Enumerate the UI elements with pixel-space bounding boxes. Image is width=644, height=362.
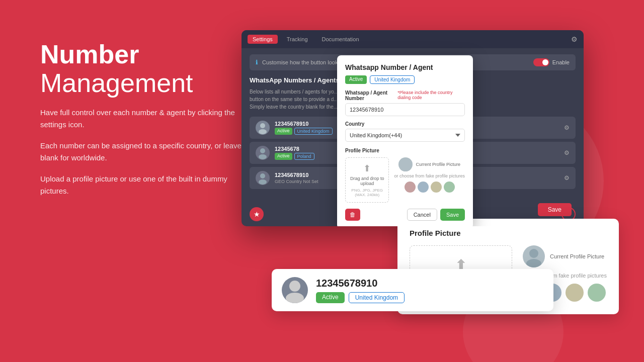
modal-title: Whatsapp Number / Agent [345,63,465,71]
svg-point-4 [260,173,265,178]
modal-tags: Active United Kingdom [345,75,465,84]
settings-icon[interactable]: ⚙ [564,174,570,182]
country-badge: United Kingdom [294,128,333,135]
number-card-avatar [282,277,308,303]
paragraph-2: Each number can be assigned to a specifi… [40,140,252,164]
fake-avatar-4[interactable] [444,182,455,193]
status-badge: GEO Country Not Set [275,179,318,184]
status-badge: Active [275,128,292,135]
info-icon: ℹ [256,59,258,66]
current-avatar [398,157,413,171]
profile-options: Current Profile Picture or choose from f… [394,157,465,203]
required-note: *Please include the country dialing code [397,90,465,101]
agent-number-label: Whatsapp / Agent Number [345,90,397,101]
svg-point-6 [403,159,409,165]
cancel-button[interactable]: Cancel [407,209,437,221]
svg-point-5 [259,179,267,185]
page-title: Number Management [40,40,252,98]
svg-point-8 [529,249,538,258]
country-tag: United Kingdom [370,75,415,84]
svg-point-10 [289,281,300,292]
profile-picture-row: ⬆ Drag and drop to upload PNG, JPG, JPEG… [345,157,465,203]
whatsapp-agent-modal: Whatsapp Number / Agent Active United Ki… [337,55,473,226]
settings-icon[interactable]: ⚙ [564,149,570,156]
upload-dropzone[interactable]: ⬆ Drag and drop to upload PNG, JPG, JPEG… [345,157,389,203]
profile-picture-label: Profile Picture [345,148,465,153]
title-thin: Management [40,68,193,98]
modal-footer: 🗑 Cancel Save [345,209,465,221]
fake-avatar-3[interactable] [431,182,442,193]
svg-point-11 [286,293,304,303]
number-card-tags: Active United Kingdom [316,292,543,303]
upload-format: PNG, JPG, JPEG (MAX. 240kb) [349,188,385,197]
current-profile: Current Profile Picture [398,157,460,171]
paragraph-3: Upload a profile picture or use one of t… [40,173,252,197]
fake-profiles [405,182,455,193]
enable-toggle[interactable] [533,58,549,66]
country-badge: Poland [294,153,314,160]
agent-number-input[interactable] [345,103,465,116]
svg-point-3 [259,154,267,159]
current-profile-text-lg: Current Profile Picture [550,253,604,259]
profile-card-title: Profile Picture [410,229,607,237]
number-card-number: 12345678910 [316,278,543,289]
country-label: Country [345,121,364,127]
enable-row: Enable [533,58,570,66]
modal-save-button[interactable]: Save [440,209,465,221]
gear-icon[interactable]: ⚙ [571,35,578,43]
left-panel: Number Management Have full control over… [40,40,252,197]
settings-icon[interactable]: ⚙ [564,124,570,131]
number-card-info: 12345678910 Active United Kingdom [316,278,543,303]
avatar [256,121,270,135]
fake-avatar-lg-3[interactable] [566,284,584,302]
current-profile-text: Current Profile Picture [416,162,460,167]
tab-documentation[interactable]: Documentation [317,35,364,44]
or-text: or choose from fake profile pictures [394,173,465,178]
avatar [256,171,270,185]
fake-avatar-lg-4[interactable] [588,284,606,302]
svg-point-0 [260,123,265,128]
modal-actions: Cancel Save [407,209,465,221]
paragraph-1: Have full control over each number & age… [40,107,252,131]
svg-point-2 [260,148,265,153]
number-card-status: Active [316,292,345,303]
country-select[interactable]: United Kingdom(+44) [345,129,465,142]
number-card: 12345678910 Active United Kingdom [272,269,553,311]
current-profile-lg: Current Profile Picture [523,245,604,267]
svg-point-9 [526,259,541,267]
number-card-country: United Kingdom [349,292,405,303]
upload-icon: ⬆ [363,163,371,174]
svg-point-1 [259,129,267,134]
avatar [256,146,270,160]
status-tag: Active [345,75,367,84]
fake-avatar-1[interactable] [405,182,416,193]
enable-label: Enable [552,59,570,65]
current-avatar-lg [523,245,545,267]
upload-text: Drag and drop to upload [349,176,385,186]
app-screenshot: Settings Tracking Documentation ⚙ ℹ Cust… [242,30,584,226]
fake-avatar-2[interactable] [418,182,429,193]
tab-tracking[interactable]: Tracking [282,35,313,44]
status-badge: Active [275,153,292,160]
star-icon[interactable]: ★ [250,207,264,221]
tab-settings[interactable]: Settings [248,35,278,44]
title-bold: Number [40,40,139,69]
delete-button[interactable]: 🗑 [345,209,360,221]
app-topbar: Settings Tracking Documentation ⚙ [242,30,584,48]
svg-point-7 [400,166,411,171]
